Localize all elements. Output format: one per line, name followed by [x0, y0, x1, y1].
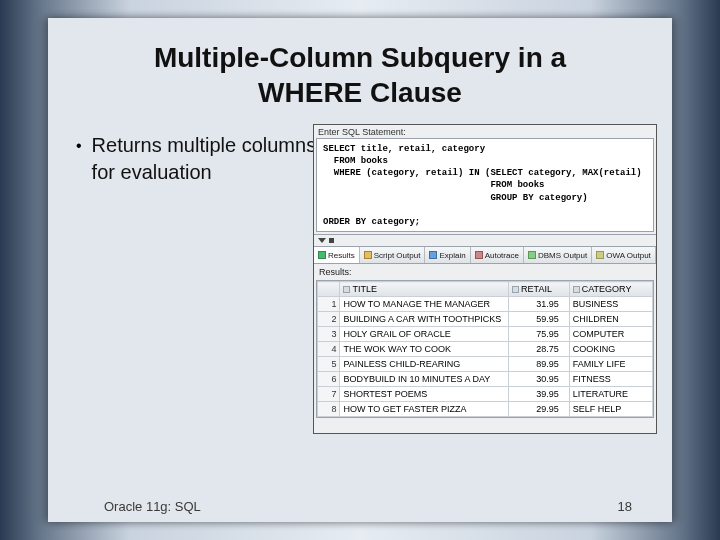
- table-row[interactable]: 3HOLY GRAIL OF ORACLE75.95COMPUTER: [318, 327, 653, 342]
- sql-worksheet-pane: Enter SQL Statement: SELECT title, retai…: [313, 124, 657, 434]
- cell-title[interactable]: HOLY GRAIL OF ORACLE: [340, 327, 509, 342]
- output-tabs: Results Script Output Explain Autotrace …: [314, 246, 656, 264]
- title-line-1: Multiple-Column Subquery in a: [154, 42, 566, 73]
- cell-title[interactable]: SHORTEST POEMS: [340, 387, 509, 402]
- footer-left: Oracle 11g: SQL: [104, 499, 201, 514]
- row-number: 1: [318, 297, 340, 312]
- sort-icon[interactable]: [343, 286, 350, 293]
- cell-category[interactable]: CHILDREN: [569, 312, 652, 327]
- row-number: 4: [318, 342, 340, 357]
- cell-category[interactable]: COMPUTER: [569, 327, 652, 342]
- slide-title: Multiple-Column Subquery in a WHERE Clau…: [48, 18, 672, 124]
- sql-editor[interactable]: SELECT title, retail, category FROM book…: [316, 138, 654, 232]
- cell-title[interactable]: BUILDING A CAR WITH TOOTHPICKS: [340, 312, 509, 327]
- row-number: 8: [318, 402, 340, 417]
- table-row[interactable]: 1HOW TO MANAGE THE MANAGER31.95BUSINESS: [318, 297, 653, 312]
- table-row[interactable]: 6BODYBUILD IN 10 MINUTES A DAY30.95FITNE…: [318, 372, 653, 387]
- tab-explain[interactable]: Explain: [425, 247, 470, 263]
- sort-icon[interactable]: [573, 286, 580, 293]
- script-output-icon: [364, 251, 372, 259]
- tab-label: OWA Output: [606, 251, 651, 260]
- cell-retail[interactable]: 89.95: [509, 357, 570, 372]
- cell-category[interactable]: LITERATURE: [569, 387, 652, 402]
- row-number: 5: [318, 357, 340, 372]
- column-header-title[interactable]: TITLE: [340, 282, 509, 297]
- splitter-handle-icon[interactable]: [329, 238, 334, 243]
- cell-category[interactable]: FITNESS: [569, 372, 652, 387]
- slide-number: 18: [618, 499, 632, 514]
- cell-category[interactable]: COOKING: [569, 342, 652, 357]
- sort-icon[interactable]: [512, 286, 519, 293]
- cell-retail[interactable]: 59.95: [509, 312, 570, 327]
- tab-dbms-output[interactable]: DBMS Output: [524, 247, 592, 263]
- tab-autotrace[interactable]: Autotrace: [471, 247, 524, 263]
- title-line-2: WHERE Clause: [258, 77, 462, 108]
- cell-category[interactable]: SELF HELP: [569, 402, 652, 417]
- owa-output-icon: [596, 251, 604, 259]
- cell-category[interactable]: FAMILY LIFE: [569, 357, 652, 372]
- autotrace-icon: [475, 251, 483, 259]
- cell-category[interactable]: BUSINESS: [569, 297, 652, 312]
- tab-owa-output[interactable]: OWA Output: [592, 247, 656, 263]
- bullet-marker-icon: •: [76, 132, 82, 186]
- cell-retail[interactable]: 39.95: [509, 387, 570, 402]
- tab-label: Script Output: [374, 251, 421, 260]
- slide: Multiple-Column Subquery in a WHERE Clau…: [48, 18, 672, 522]
- tab-label: DBMS Output: [538, 251, 587, 260]
- row-number: 3: [318, 327, 340, 342]
- sql-text: SELECT title, retail, category FROM book…: [323, 144, 642, 227]
- col-label: TITLE: [352, 284, 377, 294]
- dbms-output-icon: [528, 251, 536, 259]
- tab-script-output[interactable]: Script Output: [360, 247, 426, 263]
- table-row[interactable]: 5PAINLESS CHILD-REARING89.95FAMILY LIFE: [318, 357, 653, 372]
- cell-title[interactable]: BODYBUILD IN 10 MINUTES A DAY: [340, 372, 509, 387]
- cell-retail[interactable]: 75.95: [509, 327, 570, 342]
- cell-retail[interactable]: 31.95: [509, 297, 570, 312]
- results-grid[interactable]: TITLE RETAIL CATEGORY 1HOW TO MANAGE THE…: [316, 280, 654, 418]
- table-row[interactable]: 2BUILDING A CAR WITH TOOTHPICKS59.95CHIL…: [318, 312, 653, 327]
- rownum-header[interactable]: [318, 282, 340, 297]
- cell-retail[interactable]: 30.95: [509, 372, 570, 387]
- cell-retail[interactable]: 28.75: [509, 342, 570, 357]
- explain-icon: [429, 251, 437, 259]
- table-row[interactable]: 8HOW TO GET FASTER PIZZA29.95SELF HELP: [318, 402, 653, 417]
- slide-footer: Oracle 11g: SQL 18: [48, 499, 672, 514]
- cell-title[interactable]: PAINLESS CHILD-REARING: [340, 357, 509, 372]
- slide-background: Multiple-Column Subquery in a WHERE Clau…: [0, 0, 720, 540]
- tab-label: Autotrace: [485, 251, 519, 260]
- column-header-category[interactable]: CATEGORY: [569, 282, 652, 297]
- sql-entry-label: Enter SQL Statement:: [314, 125, 656, 137]
- row-number: 7: [318, 387, 340, 402]
- results-icon: [318, 251, 326, 259]
- grid-header-row: TITLE RETAIL CATEGORY: [318, 282, 653, 297]
- table-row[interactable]: 7SHORTEST POEMS39.95LITERATURE: [318, 387, 653, 402]
- tab-label: Results: [328, 251, 355, 260]
- tab-results[interactable]: Results: [314, 247, 360, 263]
- slide-body: • Returns multiple columns for evaluatio…: [48, 124, 672, 186]
- row-number: 6: [318, 372, 340, 387]
- table-row[interactable]: 4THE WOK WAY TO COOK28.75COOKING: [318, 342, 653, 357]
- col-label: CATEGORY: [582, 284, 632, 294]
- cell-retail[interactable]: 29.95: [509, 402, 570, 417]
- pane-splitter[interactable]: [314, 234, 656, 246]
- collapse-up-icon[interactable]: [318, 238, 326, 243]
- tab-label: Explain: [439, 251, 465, 260]
- cell-title[interactable]: HOW TO GET FASTER PIZZA: [340, 402, 509, 417]
- row-number: 2: [318, 312, 340, 327]
- cell-title[interactable]: THE WOK WAY TO COOK: [340, 342, 509, 357]
- cell-title[interactable]: HOW TO MANAGE THE MANAGER: [340, 297, 509, 312]
- bullet-text: Returns multiple columns for evaluation: [92, 132, 327, 186]
- results-label: Results:: [314, 264, 656, 280]
- col-label: RETAIL: [521, 284, 552, 294]
- column-header-retail[interactable]: RETAIL: [509, 282, 570, 297]
